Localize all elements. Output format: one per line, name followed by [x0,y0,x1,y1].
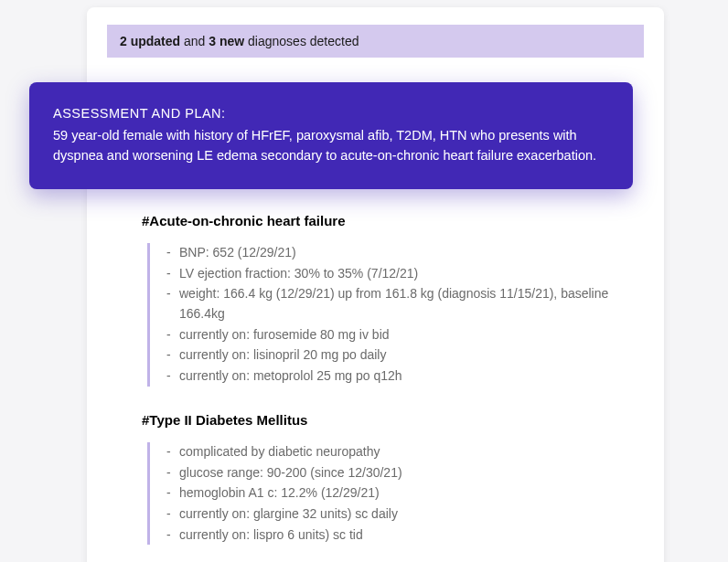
diagnosis-item: currently on: furosemide 80 mg iv bid [166,325,637,345]
diagnosis-item: currently on: metoprolol 25 mg po q12h [166,366,637,387]
notice-conjunction: and [180,34,209,48]
diagnosis-details: BNP: 652 (12/29/21) LV ejection fraction… [147,243,637,387]
diagnoses-notice-bar: 2 updated and 3 new diagnoses detected [107,25,644,58]
diagnosis-item: currently on: glargine 32 units) sc dail… [166,504,637,525]
notice-suffix: diagnoses detected [244,34,359,48]
diagnosis-item: complicated by diabetic neuropathy [166,442,637,462]
diagnosis-block: #Acute-on-chronic heart failure BNP: 652… [142,213,637,387]
diagnosis-item: BNP: 652 (12/29/21) [166,243,637,263]
diagnosis-block: #Type II Diabetes Mellitus complicated b… [142,412,637,545]
diagnosis-item: hemoglobin A1 c: 12.2% (12/29/21) [166,483,637,504]
diagnosis-title: #Acute-on-chronic heart failure [142,213,637,228]
diagnosis-title: #Type II Diabetes Mellitus [142,412,637,428]
diagnosis-item: currently on: lisinopril 20 mg po daily [166,345,637,366]
diagnosis-item: LV ejection fraction: 30% to 35% (7/12/2… [166,264,637,284]
diagnosis-item: glucose range: 90-200 (since 12/30/21) [166,463,637,483]
assessment-title: ASSESSMENT AND PLAN: [53,104,609,124]
updated-count: 2 updated [120,34,180,48]
diagnosis-details: complicated by diabetic neuropathy gluco… [147,442,637,545]
assessment-body: 59 year-old female with history of HFrEF… [53,126,609,166]
diagnosis-item: currently on: lispro 6 units) sc tid [166,525,637,546]
diagnosis-item: weight: 166.4 kg (12/29/21) up from 161.… [166,284,637,323]
assessment-panel: ASSESSMENT AND PLAN: 59 year-old female … [29,82,633,189]
new-count: 3 new [209,34,244,48]
